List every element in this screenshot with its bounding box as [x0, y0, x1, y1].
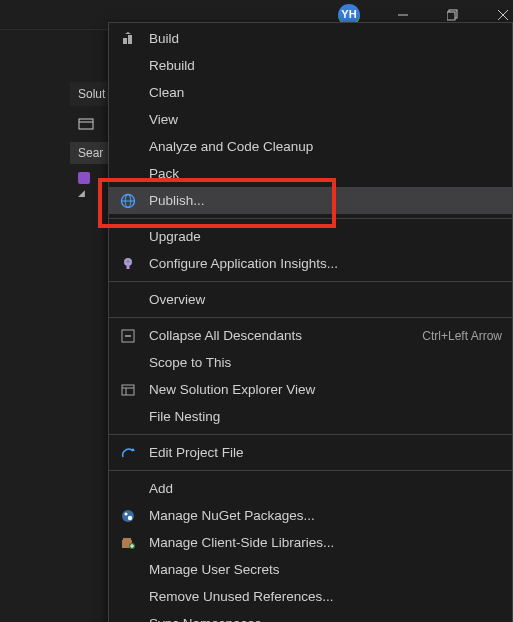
clientlib-icon: [119, 534, 137, 552]
svg-point-23: [125, 512, 128, 515]
menu-item-label: Remove Unused References...: [149, 589, 502, 604]
blank-icon: [119, 291, 137, 309]
menu-item[interactable]: Rebuild: [109, 52, 512, 79]
menu-item[interactable]: Manage Client-Side Libraries...: [109, 529, 512, 556]
menu-item[interactable]: Scope to This: [109, 349, 512, 376]
blank-icon: [119, 84, 137, 102]
blank-icon: [119, 165, 137, 183]
chevron-down-icon: ◢: [78, 188, 85, 198]
blank-icon: [119, 138, 137, 156]
menu-item-label: Clean: [149, 85, 502, 100]
menu-item[interactable]: Add: [109, 475, 512, 502]
menu-item-label: Sync Namespaces: [149, 616, 502, 622]
menu-item[interactable]: File Nesting: [109, 403, 512, 430]
menu-item-label: New Solution Explorer View: [149, 382, 502, 397]
menu-item-label: Collapse All Descendants: [149, 328, 422, 343]
menu-separator: [109, 218, 512, 219]
insights-icon: +: [119, 255, 137, 273]
menu-item[interactable]: Publish...: [109, 187, 512, 214]
svg-rect-2: [447, 12, 455, 20]
blank-icon: [119, 588, 137, 606]
menu-item-label: Overview: [149, 292, 502, 307]
menu-item-label: Manage Client-Side Libraries...: [149, 535, 502, 550]
collapse-icon: [119, 327, 137, 345]
menu-separator: [109, 281, 512, 282]
menu-item[interactable]: Analyze and Code Cleanup: [109, 133, 512, 160]
menu-item-label: Rebuild: [149, 58, 502, 73]
menu-item[interactable]: Pack: [109, 160, 512, 187]
blank-icon: [119, 354, 137, 372]
menu-item-label: Manage NuGet Packages...: [149, 508, 502, 523]
context-menu: BuildRebuildCleanViewAnalyze and Code Cl…: [108, 22, 513, 622]
menu-item[interactable]: Sync Namespaces: [109, 610, 512, 622]
blank-icon: [119, 228, 137, 246]
blank-icon: [119, 480, 137, 498]
menu-item-label: Manage User Secrets: [149, 562, 502, 577]
menu-item-label: Edit Project File: [149, 445, 502, 460]
menu-item[interactable]: Collapse All DescendantsCtrl+Left Arrow: [109, 322, 512, 349]
menu-item[interactable]: Build: [109, 25, 512, 52]
svg-rect-14: [127, 266, 130, 269]
menu-item[interactable]: Manage User Secrets: [109, 556, 512, 583]
menu-item-label: Pack: [149, 166, 502, 181]
menu-item[interactable]: Clean: [109, 79, 512, 106]
menu-item-label: Scope to This: [149, 355, 502, 370]
menu-item[interactable]: +Configure Application Insights...: [109, 250, 512, 277]
menu-item-label: Upgrade: [149, 229, 502, 244]
svg-rect-26: [123, 538, 131, 541]
menu-item[interactable]: New Solution Explorer View: [109, 376, 512, 403]
menu-separator: [109, 317, 512, 318]
blank-icon: [119, 408, 137, 426]
menu-item-label: Publish...: [149, 193, 502, 208]
menu-item-label: File Nesting: [149, 409, 502, 424]
blank-icon: [119, 57, 137, 75]
blank-icon: [119, 561, 137, 579]
menu-item-label: Analyze and Code Cleanup: [149, 139, 502, 154]
blank-icon: [119, 111, 137, 129]
svg-point-22: [122, 510, 134, 522]
menu-item[interactable]: Remove Unused References...: [109, 583, 512, 610]
menu-item-shortcut: Ctrl+Left Arrow: [422, 329, 502, 343]
svg-point-24: [128, 515, 132, 519]
nuget-icon: [119, 507, 137, 525]
menu-separator: [109, 470, 512, 471]
menu-item-label: View: [149, 112, 502, 127]
build-icon: [119, 30, 137, 48]
svg-text:+: +: [126, 258, 130, 265]
menu-item[interactable]: Upgrade: [109, 223, 512, 250]
svg-rect-7: [123, 38, 127, 44]
menu-item-label: Configure Application Insights...: [149, 256, 502, 271]
menu-item[interactable]: Manage NuGet Packages...: [109, 502, 512, 529]
svg-rect-5: [79, 119, 93, 129]
blank-icon: [119, 615, 137, 623]
menu-item[interactable]: Overview: [109, 286, 512, 313]
publish-icon: [119, 192, 137, 210]
menu-item[interactable]: View: [109, 106, 512, 133]
svg-rect-18: [122, 385, 134, 395]
solution-icon: [78, 172, 90, 184]
menu-item-label: Build: [149, 31, 502, 46]
menu-separator: [109, 434, 512, 435]
menu-item[interactable]: Edit Project File: [109, 439, 512, 466]
svg-rect-8: [128, 35, 132, 44]
svg-marker-9: [125, 32, 131, 34]
newview-icon: [119, 381, 137, 399]
edit-icon: [119, 444, 137, 462]
menu-item-label: Add: [149, 481, 502, 496]
